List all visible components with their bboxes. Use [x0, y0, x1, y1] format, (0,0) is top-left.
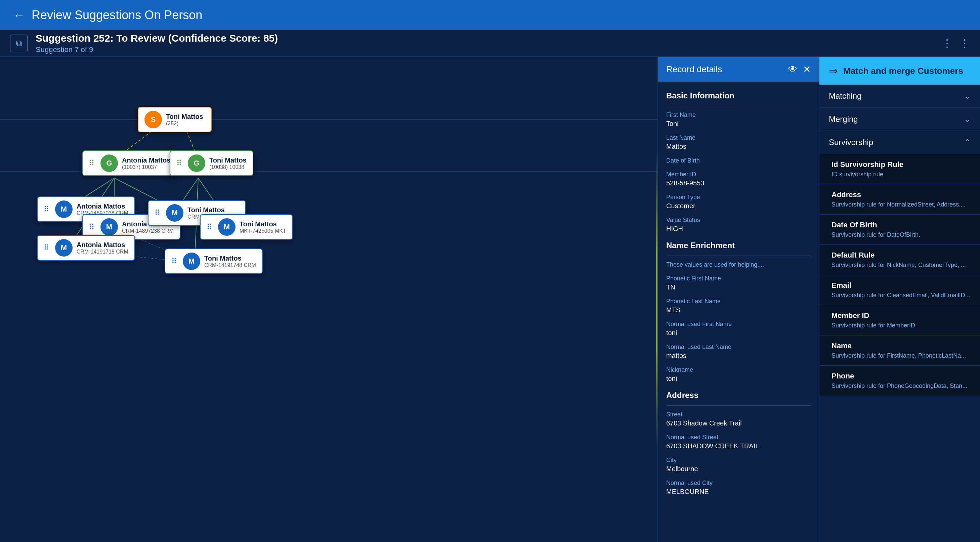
survivorship-phone[interactable]: Phone Survivorship rule for PhoneGeocodi… — [819, 366, 980, 396]
node-m3[interactable]: ⠿ M Antonia Mattos CRM-14191718 CRM — [37, 235, 135, 261]
field-normal-first-label: Normal used First Name — [666, 321, 811, 328]
node-m6-grid-icon: ⠿ — [171, 257, 177, 265]
node-m2-icon: M — [100, 218, 118, 236]
field-person-type-value: Customer — [666, 202, 811, 210]
node-s-text: Toni Mattos (252) — [166, 113, 203, 127]
node-s-icon: S — [145, 111, 162, 128]
default-rule-desc: Survivorship rule for NickName, Customer… — [832, 262, 970, 269]
survivorship-email[interactable]: Email Survivorship rule for CleansedEmai… — [819, 275, 980, 305]
field-last-name-value: Mattos — [666, 143, 811, 151]
survivorship-address[interactable]: Address Survivorship rule for Normalized… — [819, 184, 980, 214]
node-g2[interactable]: ⠿ G Toni Mattos (10038) 10038 — [170, 151, 253, 176]
node-m3-id: CRM-14191718 CRM — [76, 249, 128, 255]
node-m2-grid-icon: ⠿ — [89, 223, 94, 231]
node-m1-icon: M — [55, 200, 73, 218]
record-panel-actions: 👁 ✕ — [788, 64, 811, 75]
copy-button[interactable]: ⧉ — [10, 35, 27, 52]
node-m4-grid-icon: ⠿ — [154, 208, 160, 217]
field-city-value: Melbourne — [666, 465, 811, 473]
field-person-type: Person Type Customer — [666, 194, 811, 210]
basic-info-divider — [666, 106, 811, 106]
close-icon: ✕ — [803, 64, 811, 75]
node-g1-icon: G — [100, 154, 118, 172]
field-phonetic-last-label: Phonetic Last Name — [666, 298, 811, 305]
field-member-id: Member ID 528-58-9553 — [666, 171, 811, 187]
suggestion-header: ⧉ Suggestion 252: To Review (Confidence … — [0, 30, 980, 57]
header-actions: ⋮ ⋮ — [942, 37, 970, 50]
field-phonetic-last: Phonetic Last Name MTS — [666, 298, 811, 314]
node-s-name: Toni Mattos — [166, 113, 203, 121]
content-area: ⧉ Suggestion 252: To Review (Confidence … — [0, 30, 980, 542]
field-normal-last: Normal used Last Name mattos — [666, 343, 811, 360]
survivorship-name[interactable]: Name Survivorship rule for FirstName, Ph… — [819, 335, 980, 366]
survivorship-id-rule[interactable]: Id Survivorship Rule ID survivorship rul… — [819, 154, 980, 184]
node-m4-name: Toni Mattos — [188, 206, 239, 214]
visibility-button[interactable]: 👁 — [788, 64, 797, 75]
node-g1-text: Antonia Mattos (10037) 10037 — [122, 156, 170, 170]
field-normal-city-label: Normal used City — [666, 480, 811, 486]
merging-section: Merging ⌄ — [819, 108, 980, 131]
member-id-rule-desc: Survivorship rule for MemberID. — [832, 322, 970, 329]
address-divider — [666, 405, 811, 406]
field-person-type-label: Person Type — [666, 194, 811, 201]
node-m5-grid-icon: ⠿ — [207, 223, 212, 231]
matching-label: Matching — [829, 91, 861, 101]
id-rule-title: Id Survivorship Rule — [832, 160, 970, 169]
field-nickname-value: toni — [666, 375, 811, 383]
merge-icon: ⇒ — [829, 65, 838, 77]
field-last-name: Last Name Mattos — [666, 134, 811, 151]
field-city: City Melbourne — [666, 457, 811, 473]
id-rule-desc: ID survivorship rule — [832, 171, 970, 178]
node-g1[interactable]: ⠿ G Antonia Mattos (10037) 10037 — [82, 151, 177, 176]
share-icon: ⋮ — [942, 37, 953, 49]
node-m5-id: MKT-7425005 MKT — [240, 228, 286, 234]
survivorship-label: Survivorship — [829, 138, 873, 147]
survivorship-dob[interactable]: Date Of Birth Survivorship rule for Date… — [819, 214, 980, 245]
field-nickname: Nickname toni — [666, 366, 811, 383]
node-m3-grid-icon: ⠿ — [44, 243, 49, 252]
field-normal-first: Normal used First Name toni — [666, 321, 811, 337]
node-m3-text: Antonia Mattos CRM-14191718 CRM — [76, 241, 128, 255]
node-m5[interactable]: ⠿ M Toni Mattos MKT-7425005 MKT — [200, 214, 293, 240]
more-button[interactable]: ⋮ — [959, 37, 970, 50]
node-g2-text: Toni Mattos (10038) 10038 — [209, 156, 247, 170]
dob-rule-title: Date Of Birth — [832, 221, 970, 229]
yellow-indicator — [656, 57, 657, 542]
node-s[interactable]: S Toni Mattos (252) — [138, 107, 212, 132]
match-panel-body: Matching ⌄ Merging ⌄ Sur — [819, 84, 980, 542]
match-panel-title: Match and merge Customers — [843, 66, 963, 76]
copy-icon: ⧉ — [16, 39, 22, 48]
survivorship-section-header[interactable]: Survivorship ⌃ — [819, 131, 980, 154]
field-street: Street 6703 Shadow Creek Trail — [666, 411, 811, 427]
back-arrow-icon: ← — [13, 9, 25, 22]
name-rule-desc: Survivorship rule for FirstName, Phoneti… — [832, 352, 970, 359]
node-s-id: (252) — [166, 121, 203, 127]
merging-section-header[interactable]: Merging ⌄ — [819, 108, 980, 130]
node-g2-id: (10038) 10038 — [209, 164, 247, 170]
node-g1-name: Antonia Mattos — [122, 156, 170, 164]
phone-rule-desc: Survivorship rule for PhoneGeocodingData… — [832, 383, 970, 389]
field-normal-last-value: mattos — [666, 352, 811, 360]
suggestion-info: Suggestion 252: To Review (Confidence Sc… — [36, 33, 942, 54]
node-m3-icon: M — [55, 239, 73, 257]
survivorship-default[interactable]: Default Rule Survivorship rule for NickN… — [819, 245, 980, 275]
close-record-button[interactable]: ✕ — [803, 64, 811, 75]
survivorship-member-id[interactable]: Member ID Survivorship rule for MemberID… — [819, 305, 980, 335]
survivorship-chevron-icon: ⌃ — [964, 138, 970, 147]
matching-section-header[interactable]: Matching ⌄ — [819, 84, 980, 108]
field-normal-street-value: 6703 SHADOW CREEK TRAIL — [666, 442, 811, 450]
node-m3-name: Antonia Mattos — [76, 241, 128, 249]
survivorship-section: Survivorship ⌃ Id Survivorship Rule ID s… — [819, 131, 980, 396]
field-nickname-label: Nickname — [666, 366, 811, 374]
record-panel-header: Record details 👁 ✕ — [658, 57, 819, 82]
node-m6-icon: M — [183, 253, 200, 270]
node-m1-name: Antonia Mattos — [76, 202, 128, 210]
share-button[interactable]: ⋮ — [942, 37, 953, 50]
field-phonetic-first-value: TN — [666, 283, 811, 291]
back-button[interactable]: ← — [13, 9, 25, 22]
merging-chevron-icon: ⌄ — [964, 114, 970, 124]
field-dob: Date of Birth — [666, 157, 811, 164]
match-panel: ⇒ Match and merge Customers Matching ⌄ — [819, 57, 980, 542]
node-m6[interactable]: ⠿ M Toni Mattos CRM-14191748 CRM — [165, 248, 263, 274]
node-g2-grid-icon: ⠿ — [177, 159, 182, 168]
